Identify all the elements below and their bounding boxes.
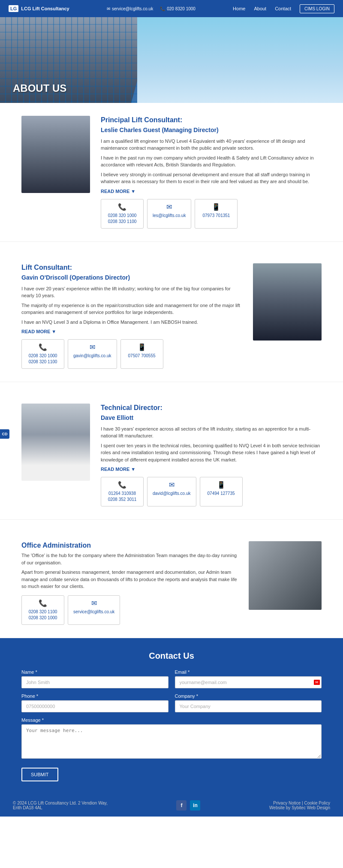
leslie-para1: I am a qualified lift engineer to NVQ Le…: [101, 138, 322, 152]
gavin-email-card[interactable]: ✉ gavin@lcglifts.co.uk: [68, 339, 117, 369]
gavin-mobile-card[interactable]: 📱 07507 700555: [120, 339, 163, 369]
office-title: Office Administration: [21, 541, 238, 550]
header-phone: 📞 020 8320 1000: [160, 6, 196, 11]
message-label: Message *: [21, 717, 322, 723]
cims-login-button[interactable]: CIMS LOGIN: [300, 4, 334, 13]
email-input[interactable]: [175, 676, 322, 688]
footer: © 2024 LCG Lift Consultancy Ltd. 2 Vendi…: [0, 794, 343, 817]
gavin-para1: I have over 20 years' experience within …: [21, 285, 242, 299]
nav-about[interactable]: About: [254, 6, 266, 11]
dave-photo: [21, 404, 90, 481]
gavin-title: Lift Consultant:: [21, 263, 242, 272]
phone-input[interactable]: [21, 700, 168, 712]
privacy-link[interactable]: Privacy Notice: [273, 801, 301, 805]
mobile-icon: 📱: [126, 343, 158, 351]
hero-section: ABOUT US: [0, 17, 343, 103]
content-area: Principal Lift Consultant: Leslie Charle…: [0, 103, 343, 638]
dave-para1: I have 30 years' experience across all s…: [101, 425, 322, 440]
email-label: Email *: [175, 669, 322, 675]
gavin-section: Lift Consultant: Gavin O'Driscoll (Opera…: [0, 250, 343, 382]
phone-icon: 📞: [160, 6, 165, 11]
footer-left: © 2024 LCG Lift Consultancy Ltd. 2 Vendi…: [13, 801, 108, 810]
dave-subtitle: Dave Elliott: [101, 414, 322, 421]
company-group: Company *: [175, 693, 322, 712]
hero-title: ABOUT US: [13, 82, 66, 94]
gavin-info: Lift Consultant: Gavin O'Driscoll (Opera…: [21, 263, 242, 369]
leslie-email-text: les@lcglifts.co.uk: [153, 213, 186, 219]
office-phone-card[interactable]: 📞 0208 320 1100 0208 320 1000: [21, 595, 64, 625]
submit-button[interactable]: SUBMIT: [21, 768, 58, 781]
logo-text: LCG Lift Consultancy: [21, 6, 69, 11]
gavin-phone-text: 0208 320 1000 0208 320 1100: [27, 353, 59, 365]
side-cd-button[interactable]: CD: [0, 429, 9, 439]
gavin-mobile-text: 07507 700555: [126, 353, 158, 359]
footer-right: Privacy Notice | Cookie Policy Website b…: [269, 801, 330, 810]
message-input[interactable]: [21, 724, 322, 759]
dave-email-text: david@lcglifts.co.uk: [153, 491, 191, 497]
leslie-para2: I have in the past run my own company wh…: [101, 154, 322, 169]
nav-home[interactable]: Home: [233, 6, 245, 11]
cookie-link[interactable]: Cookie Policy: [304, 801, 330, 805]
name-input[interactable]: [21, 676, 168, 688]
linkedin-icon[interactable]: in: [190, 800, 200, 811]
office-photo: [249, 541, 322, 610]
leslie-title: Principal Lift Consultant:: [101, 116, 322, 125]
footer-privacy: Privacy Notice | Cookie Policy: [269, 801, 330, 805]
company-input[interactable]: [175, 700, 322, 712]
mobile-icon: 📱: [205, 481, 237, 489]
leslie-subtitle: Leslie Charles Guest (Managing Director): [101, 127, 322, 133]
logo-abbr: LG: [9, 5, 18, 12]
dave-info: Technical Director: Dave Elliott I have …: [101, 404, 322, 506]
gavin-photo: [253, 263, 322, 341]
leslie-phone-text: 0208 320 1000 0208 320 1100: [106, 213, 138, 225]
leslie-mobile-text: 07973 701351: [200, 213, 232, 219]
dave-mobile-card[interactable]: 📱 07494 127735: [200, 477, 243, 506]
form-row-name-email: Name * Email * ✉: [21, 669, 322, 688]
facebook-icon[interactable]: f: [176, 800, 187, 811]
dave-phone-card[interactable]: 📞 01264 310938 0208 352 3011: [101, 477, 144, 506]
dave-mobile-text: 07494 127735: [205, 491, 237, 497]
message-group: Message *: [21, 717, 322, 760]
gavin-contact-cards: 📞 0208 320 1000 0208 320 1100 ✉ gavin@lc…: [21, 339, 242, 369]
nav-contact[interactable]: Contact: [275, 6, 291, 11]
header-email: ✉ service@lcglifts.co.uk: [107, 6, 153, 11]
leslie-section: Principal Lift Consultant: Leslie Charle…: [0, 103, 343, 242]
phone-group: Phone *: [21, 693, 168, 712]
office-section: Office Administration The 'Office' is th…: [0, 528, 343, 638]
dave-section: Technical Director: Dave Elliott I have …: [0, 391, 343, 520]
form-row-phone-company: Phone * Company *: [21, 693, 322, 712]
hero-sky: [137, 17, 343, 103]
leslie-read-more[interactable]: READ MORE ▼: [101, 189, 135, 194]
contact-section: Contact Us Name * Email * ✉ Phone * Comp…: [0, 638, 343, 794]
dave-read-more[interactable]: READ MORE ▼: [101, 467, 135, 472]
leslie-email-card[interactable]: ✉ les@lcglifts.co.uk: [147, 199, 191, 229]
leslie-phone-card[interactable]: 📞 0208 320 1000 0208 320 1100: [101, 199, 144, 229]
gavin-para2: The majority of my experience is on the …: [21, 302, 242, 316]
email-icon: ✉: [153, 481, 191, 489]
mobile-icon: 📱: [200, 203, 232, 211]
email-icon: ✉: [73, 599, 114, 607]
footer-address: Erith DA18 4AL: [13, 805, 108, 810]
office-email-card[interactable]: ✉ service@lcglifts.co.uk: [68, 595, 120, 625]
logo-area: LG LCG Lift Consultancy: [9, 5, 69, 12]
leslie-info: Principal Lift Consultant: Leslie Charle…: [101, 116, 322, 229]
leslie-mobile-card[interactable]: 📱 07973 701351: [195, 199, 238, 229]
email-icon: ✉: [73, 343, 111, 351]
company-label: Company *: [175, 693, 322, 699]
gavin-read-more[interactable]: READ MORE ▼: [21, 329, 56, 334]
phone-label: Phone *: [21, 693, 168, 699]
leslie-contact-cards: 📞 0208 320 1000 0208 320 1100 ✉ les@lcgl…: [101, 199, 322, 229]
gavin-subtitle: Gavin O'Driscoll (Operations Director): [21, 274, 242, 281]
leslie-para3: I believe very strongly in continual per…: [101, 171, 322, 185]
header-contact: ✉ service@lcglifts.co.uk 📞 020 8320 1000: [107, 6, 196, 11]
email-required-icon: ✉: [314, 680, 320, 685]
dave-title: Technical Director:: [101, 404, 322, 413]
gavin-phone-card[interactable]: 📞 0208 320 1000 0208 320 1100: [21, 339, 64, 369]
office-para2: Apart from general business management, …: [21, 569, 238, 590]
email-icon: ✉: [107, 6, 110, 11]
phone-icon: 📞: [106, 203, 138, 211]
office-email-text: service@lcglifts.co.uk: [73, 609, 114, 615]
dave-phone-text: 01264 310938 0208 352 3011: [106, 491, 138, 503]
gavin-para3: I have an NVQ Level 3 and a Diploma in O…: [21, 319, 242, 326]
dave-email-card[interactable]: ✉ david@lcglifts.co.uk: [147, 477, 196, 506]
